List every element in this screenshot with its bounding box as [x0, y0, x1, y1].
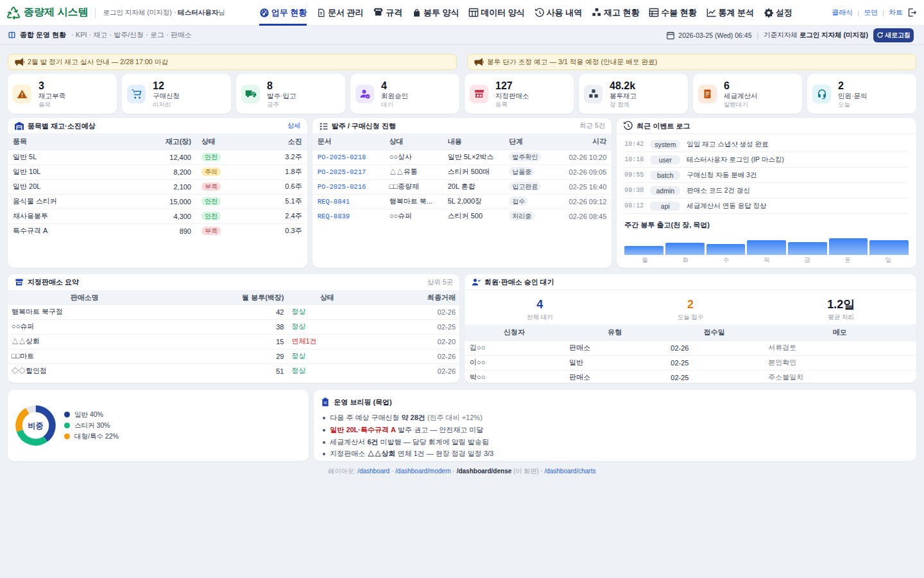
svg-text:비중: 비중	[28, 421, 44, 430]
